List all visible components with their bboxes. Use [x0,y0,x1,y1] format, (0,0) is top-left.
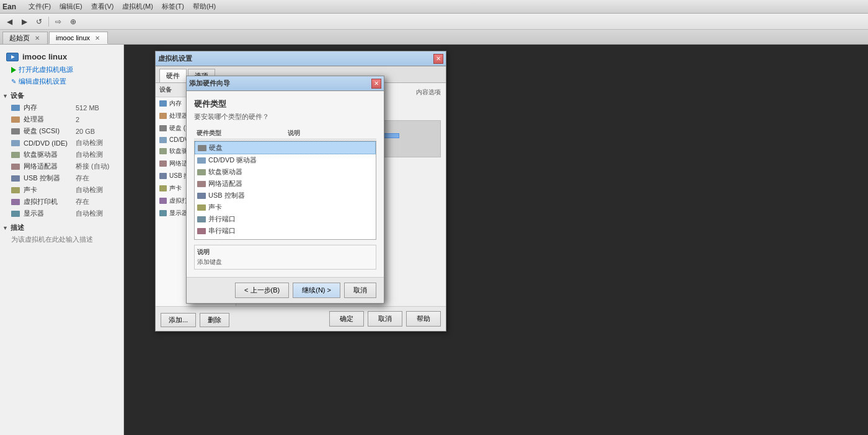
device-cpu-value: 2 [76,116,79,123]
device-display: 显示器 自动检测 [0,208,123,219]
device-usb-value: 存在 [76,174,89,183]
wizard-item-printer[interactable]: 虚拟打印机 [195,237,376,240]
wizard-col-type: 硬件类型 [194,128,285,139]
wizard-item-serial[interactable]: 串行端口 [195,225,376,237]
toolbar-add[interactable]: ⊕ [66,15,80,28]
action-power-label: 打开此虚拟机电源 [19,65,73,74]
win-cdvd-icon [159,137,167,143]
tab-imooc-label: imooc linux [56,34,90,42]
device-printer-name: 虚拟打印机 [24,197,73,206]
device-sound: 声卡 自动检测 [0,184,123,196]
wizard-item-usb[interactable]: USB 控制器 [195,190,376,201]
action-edit-label: 编辑虚拟机设置 [19,77,66,86]
wizard-sound-icon [197,204,206,211]
tab-imooc-close[interactable]: ✕ [94,34,101,42]
wizard-item-network[interactable]: 网络适配器 [195,178,376,190]
device-memory-value: 512 MB [76,104,99,112]
vm-settings-close[interactable]: ✕ [433,54,443,64]
device-hdd-name: 硬盘 (SCSI) [24,126,73,136]
action-power-on[interactable]: 打开此虚拟机电源 [0,64,123,76]
memory-icon [11,105,20,111]
menu-vm[interactable]: 虚拟机(M) [118,1,157,12]
wizard-dialog: 添加硬件向导 ✕ 硬件类型 要安装哪个类型的硬件？ 硬件类型 说明 硬盘 [186,76,384,304]
action-edit-settings[interactable]: ✎ 编辑虚拟机设置 [0,76,123,87]
toolbar: ◀ ▶ ↺ ⇨ ⊕ [0,14,868,30]
toolbar-forward[interactable]: ▶ [17,15,31,28]
app-bar: Ean 文件(F) 编辑(E) 查看(V) 虚拟机(M) 标签(T) 帮助(H) [0,0,868,14]
printer-icon [11,199,20,205]
app-menu: 文件(F) 编辑(E) 查看(V) 虚拟机(M) 标签(T) 帮助(H) [25,1,219,12]
wizard-item-cdvd[interactable]: CD/DVD 驱动器 [195,154,376,166]
device-usb: USB 控制器 存在 [0,172,123,184]
vm-settings-title: 虚拟机设置 [158,54,192,63]
wizard-cdvd-icon [197,157,206,164]
devices-arrow: ▼ [2,93,8,99]
wizard-col-desc: 说明 [285,128,376,139]
vm-settings-action-bar: 添加... 删除 确定 取消 帮助 [156,306,446,331]
device-cpu-name: 处理器 [24,115,73,124]
wizard-cancel-button[interactable]: 取消 [344,283,376,298]
device-memory: 内存 512 MB [0,102,123,113]
wizard-close[interactable]: ✕ [371,79,381,89]
menu-tab[interactable]: 标签(T) [158,1,188,12]
wizard-back-button[interactable]: < 上一步(B) [235,283,289,298]
vm-icon: ▶ [6,53,19,61]
devices-section-header[interactable]: ▼ 设备 [0,87,123,102]
vm-help-button[interactable]: 帮助 [406,311,441,327]
wizard-subtitle: 要安装哪个类型的硬件？ [194,112,376,121]
wizard-network-icon [197,181,206,187]
device-sound-value: 自动检测 [76,185,103,195]
device-floppy: 软盘驱动器 自动检测 [0,149,123,160]
device-cdvd-name: CD/DVD (IDE) [24,139,73,147]
wizard-list-headers: 硬件类型 说明 [194,128,376,139]
wizard-section-title: 硬件类型 [194,99,376,110]
display-icon [11,211,20,217]
device-usb-name: USB 控制器 [24,174,73,183]
menu-view[interactable]: 查看(V) [87,1,118,12]
play-icon [11,67,16,73]
app-title: Ean [2,2,16,11]
vm-settings-titlebar: 虚拟机设置 ✕ [156,51,446,66]
vm-settings-tab-hardware[interactable]: 硬件 [159,69,187,82]
wizard-parallel-icon [197,216,206,222]
menu-file[interactable]: 文件(F) [25,1,55,12]
wizard-printer-icon [197,240,206,240]
wizard-usb-icon [197,193,206,199]
wizard-item-parallel[interactable]: 并行端口 [195,213,376,225]
tab-start[interactable]: 起始页 ✕ [2,32,48,44]
toolbar-refresh[interactable]: ↺ [32,15,46,28]
usb-icon [11,175,20,182]
vm-add-button[interactable]: 添加... [161,313,196,327]
toolbar-home[interactable]: ⇨ [51,15,65,28]
device-memory-name: 内存 [24,103,73,112]
wizard-hdd-icon [198,145,206,151]
description-section-label: 描述 [11,223,24,232]
wizard-item-sound[interactable]: 声卡 [195,201,376,213]
vm-remove-button[interactable]: 删除 [200,313,229,327]
device-network: 网络适配器 桥接 (自动) [0,160,123,172]
win-network-icon [159,160,167,167]
wizard-item-floppy[interactable]: 软盘驱动器 [195,166,376,178]
description-text: 为该虚拟机在此处输入描述 [0,234,123,245]
vm-cancel-button[interactable]: 取消 [368,311,402,327]
description-section-header[interactable]: ▼ 描述 [0,219,123,234]
win-floppy-icon [159,148,167,154]
device-printer-value: 存在 [76,197,89,206]
wizard-next-button[interactable]: 继续(N) > [293,283,340,298]
device-floppy-name: 软盘驱动器 [24,150,73,159]
cdvd-icon [11,140,20,146]
tab-bar: 起始页 ✕ imooc linux ✕ [0,30,868,45]
toolbar-back[interactable]: ◀ [2,15,16,28]
win-printer-icon [159,198,167,204]
win-hdd-icon [159,125,167,131]
menu-help[interactable]: 帮助(H) [189,1,219,12]
device-network-name: 网络适配器 [24,162,73,171]
vm-ok-button[interactable]: 确定 [329,311,364,327]
tab-start-close[interactable]: ✕ [33,35,41,42]
menu-edit[interactable]: 编辑(E) [56,1,86,12]
tab-imooc[interactable]: imooc linux ✕ [49,32,108,44]
wizard-item-hdd[interactable]: 硬盘 [195,141,376,154]
device-printer: 虚拟打印机 存在 [0,196,123,208]
wizard-hardware-list: 硬盘 CD/DVD 驱动器 软盘驱动器 网络适配器 [194,141,376,240]
device-cdvd-value: 自动检测 [76,138,103,147]
